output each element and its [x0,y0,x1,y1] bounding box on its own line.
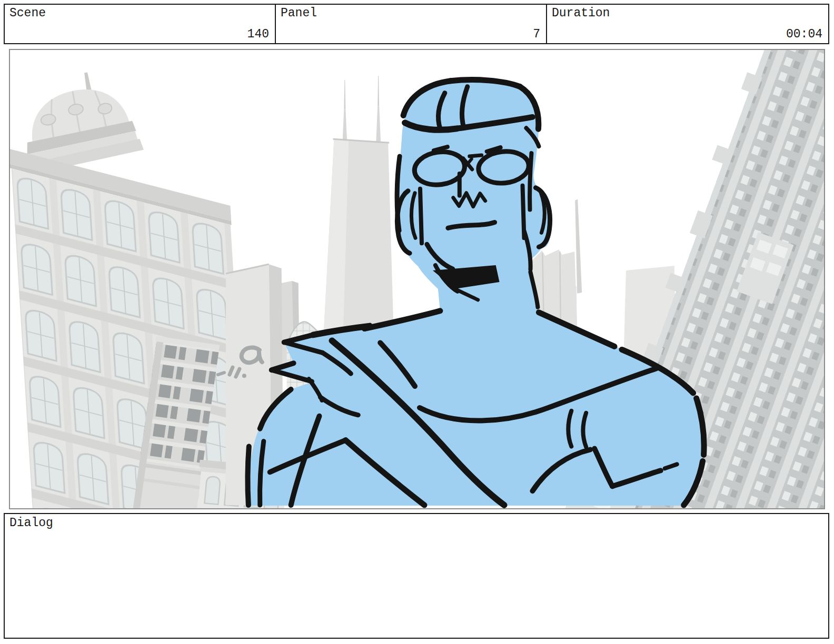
storyboard-sheet: Scene 140 Panel 7 Duration 00:04 [0,0,834,644]
scene-cell: Scene 140 [5,5,276,43]
duration-label: Duration [552,6,610,20]
panel-info-table: Scene 140 Panel 7 Duration 00:04 [4,4,829,44]
duration-cell: Duration 00:04 [547,5,828,43]
panel-cell: Panel 7 [276,5,547,43]
scene-label: Scene [9,6,46,20]
scene-value: 140 [247,27,269,41]
panel-value: 7 [533,27,540,41]
duration-value: 00:04 [786,27,822,41]
panel-label: Panel [281,6,317,20]
dialog-label: Dialog [9,516,53,530]
dialog-box: Dialog [4,513,829,639]
panel-image-frame [9,49,825,509]
storyboard-artwork [10,50,824,508]
dialog-content [9,533,823,635]
